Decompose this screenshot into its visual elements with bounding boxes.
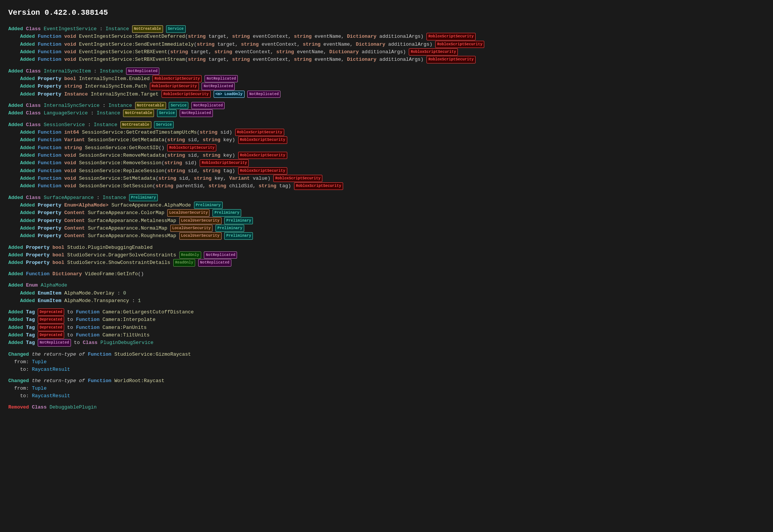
code-content: Added Class EventIngestService : Instanc…	[8, 25, 765, 412]
version-title: Version 0.422.0.388145	[8, 7, 765, 19]
